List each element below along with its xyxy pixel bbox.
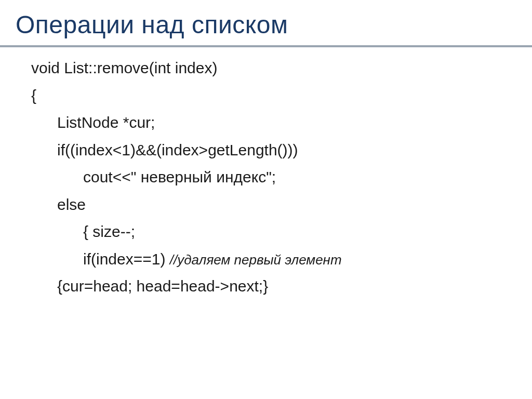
code-line-7: { size--; (31, 218, 501, 246)
slide-container: Операции над списком void List::remove(i… (0, 0, 532, 399)
code-line-6: else (31, 191, 501, 219)
code-line-5: cout<<" неверный индекс"; (31, 164, 501, 191)
slide-title: Операции над списком (16, 10, 516, 39)
code-comment: //удаляем первый элемент (170, 252, 342, 268)
code-line-9: {cur=head; head=head->next;} (31, 273, 501, 300)
code-line-3: ListNode *cur; (31, 109, 501, 137)
code-line-4: if((index<1)&&(index>getLength())) (31, 137, 501, 164)
code-line-8a: if(index==1) (83, 250, 170, 268)
slide-content: void List::remove(int index) { ListNode … (0, 47, 532, 300)
code-line-8: if(index==1) //удаляем первый элемент (31, 246, 501, 273)
title-block: Операции над списком (0, 0, 532, 47)
code-line-2: { (31, 82, 501, 110)
code-line-1: void List::remove(int index) (31, 55, 501, 82)
